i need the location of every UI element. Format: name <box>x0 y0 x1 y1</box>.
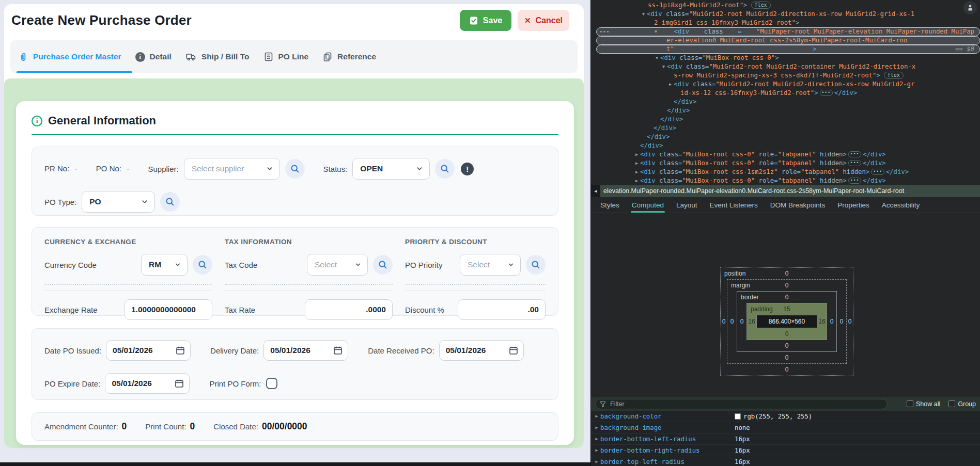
cancel-button[interactable]: Cancel <box>518 10 569 31</box>
code-line[interactable]: ▶<div class="MuiBox-root css-0" role="ta… <box>591 159 980 168</box>
devtools-tab-accessibility[interactable]: Accessibility <box>876 197 926 213</box>
currency-code-select[interactable]: RM <box>141 254 188 276</box>
tab-reference[interactable]: Reference <box>322 52 376 62</box>
po-priority-search-button[interactable] <box>526 255 546 275</box>
code-line[interactable]: </div> <box>591 115 980 124</box>
code-line[interactable]: </div> <box>591 141 980 150</box>
code-line[interactable]: </div> <box>591 98 980 106</box>
discount-input[interactable]: .00 <box>458 299 546 320</box>
po-type-search-button[interactable] <box>160 192 180 212</box>
box-model-border[interactable]: border00padding1516866.400×56016000 <box>737 291 837 352</box>
po-type-select[interactable]: PO <box>82 191 155 213</box>
tab-purchase-order-master[interactable]: Purchase Order Master <box>18 52 121 62</box>
box-model-margin[interactable]: margin00border00padding1516866.400×56016… <box>727 279 847 364</box>
collapsed-arrow-icon[interactable]: ▶ <box>633 168 640 176</box>
expand-arrow-icon[interactable]: ▶ <box>593 414 600 419</box>
currency-search-button[interactable] <box>193 255 212 275</box>
devtools-corner-icon[interactable] <box>963 1 977 14</box>
more-content-icon[interactable]: ••• <box>820 90 833 96</box>
code-line[interactable]: ▼<div class="MuiBox-root css-0"> <box>591 54 980 62</box>
collapsed-arrow-icon[interactable]: ▶ <box>667 80 674 89</box>
code-line[interactable]: ▶<div class="MuiBox-root css-0" role="ta… <box>591 150 980 159</box>
code-line[interactable]: ▼<div class="MuiGrid2-root MuiGrid2-dire… <box>591 10 980 19</box>
tab-detail[interactable]: Detail <box>135 52 172 62</box>
color-swatch <box>735 413 741 420</box>
group-checkbox[interactable] <box>948 400 955 407</box>
date-received-input[interactable]: 05/01/2026 <box>439 340 524 361</box>
more-content-icon[interactable]: ••• <box>848 160 861 166</box>
computed-property-row[interactable]: ▶background-imagenone <box>591 422 980 433</box>
box-model-content[interactable]: 866.400×560 <box>756 315 817 328</box>
po-priority-select[interactable]: Select <box>460 254 521 276</box>
tab-po-line[interactable]: PO Line <box>263 52 309 62</box>
code-line[interactable]: id-xs-12 css-16fnxy3-MuiGrid2-root">•••<… <box>591 89 980 98</box>
computed-property-row[interactable]: ▶border-bottom-right-radius16px <box>591 445 980 456</box>
code-line[interactable]: ▶<div class="MuiBox-root css-1sm2s1z" ro… <box>591 168 980 176</box>
box-model-position[interactable]: position00margin00border00padding1516866… <box>720 267 853 376</box>
supplier-search-button[interactable] <box>285 159 305 179</box>
more-content-icon[interactable]: ••• <box>848 151 861 157</box>
devtools-tab-event-listeners[interactable]: Event Listeners <box>704 197 764 213</box>
box-model-padding[interactable]: padding1516866.400×560160 <box>746 303 827 340</box>
collapsed-arrow-icon[interactable]: ▶ <box>633 159 640 168</box>
expand-arrow-icon[interactable]: ▼ <box>652 27 659 36</box>
code-line[interactable]: ss-1pi8xg4-MuiGrid2-root">flex <box>591 1 980 10</box>
code-line[interactable]: s-row MuiGrid2-spacing-xs-3 css-dkd71f-M… <box>591 71 980 80</box>
show-all-checkbox[interactable] <box>907 400 913 407</box>
breadcrumb-back-button[interactable]: ◀ <box>591 185 600 197</box>
tab-ship-bill-to[interactable]: Ship / Bill To <box>185 51 250 62</box>
devtools-tab-dom-breakpoints[interactable]: DOM Breakpoints <box>764 197 832 213</box>
devtools-tab-properties[interactable]: Properties <box>831 197 876 213</box>
exchange-rate-input[interactable]: 1.0000000000000 <box>125 299 212 320</box>
tax-rate-input[interactable]: .0000 <box>305 299 393 320</box>
expand-arrow-icon[interactable]: ▶ <box>593 425 600 430</box>
more-content-icon[interactable]: ••• <box>871 169 884 175</box>
expand-arrow-icon[interactable]: ▼ <box>660 62 667 71</box>
code-line[interactable]: </div> <box>591 106 980 115</box>
supplier-select[interactable]: Select supplier <box>184 158 280 180</box>
code-line[interactable]: ▼<div class="MuiGrid2-root MuiGrid2-cont… <box>591 62 980 71</box>
expand-arrow-icon[interactable]: ▼ <box>654 54 660 62</box>
filter-input[interactable] <box>609 400 883 408</box>
print-po-form-checkbox[interactable] <box>266 378 277 389</box>
computed-property-row[interactable]: ▶border-top-left-radius16px <box>591 456 980 466</box>
collapsed-arrow-icon[interactable]: ▶ <box>633 150 640 159</box>
breadcrumb[interactable]: elevation.MuiPaper-rounded.MuiPaper-elev… <box>600 185 980 197</box>
collapsed-arrow-icon[interactable]: ▶ <box>633 176 640 185</box>
code-token: > <box>843 151 846 158</box>
tax-code-select[interactable]: Select <box>307 254 368 276</box>
save-button[interactable]: Save <box>460 10 511 31</box>
expand-arrow-icon[interactable]: ▼ <box>640 10 647 19</box>
tax-code-search-button[interactable] <box>373 255 393 275</box>
search-icon <box>290 164 300 174</box>
delivery-date-input[interactable]: 05/01/2026 <box>263 340 348 361</box>
expand-arrow-icon[interactable]: ▶ <box>593 437 600 441</box>
gutter-more-icon[interactable]: ••• <box>599 27 610 36</box>
code-line[interactable]: t"> == $0 <box>596 45 980 54</box>
computed-property-row[interactable]: ▶background-colorrgb(255, 255, 255) <box>591 411 980 422</box>
more-content-icon[interactable]: ••• <box>848 178 861 184</box>
status-search-button[interactable] <box>435 159 455 179</box>
code-line[interactable]: er-elevation0 MuiCard-root css-2s58ym-Mu… <box>596 36 980 45</box>
tax-code-placeholder: Select <box>315 260 337 269</box>
code-line[interactable]: </div> <box>591 124 980 133</box>
date-po-issued-input[interactable]: 05/01/2026 <box>106 340 191 361</box>
code-line[interactable]: ▶<div class="MuiGrid2-root MuiGrid2-dire… <box>591 80 980 89</box>
expand-arrow-icon[interactable]: ▶ <box>593 448 600 453</box>
po-expire-input[interactable]: 05/01/2026 <box>105 373 190 394</box>
code-line[interactable]: </div> <box>591 133 980 141</box>
computed-property-row[interactable]: ▶border-bottom-left-radius16px <box>591 433 980 445</box>
code-token: </div> <box>863 151 885 158</box>
expand-arrow-icon[interactable]: ▶ <box>593 459 600 464</box>
status-select[interactable]: OPEN <box>352 158 430 180</box>
po-priority-label: PO Priority <box>405 261 455 269</box>
truck-icon <box>185 51 197 62</box>
code-token: "MuiGrid2-root MuiGrid2-direction-xs-row… <box>715 81 914 88</box>
devtools-tab-styles[interactable]: Styles <box>594 197 626 213</box>
code-line[interactable]: ▶<div class="MuiBox-root css-0" role="ta… <box>591 176 980 185</box>
code-line[interactable]: 2 imgGird1 css-16fnxy3-MuiGrid2-root"> <box>591 19 980 27</box>
filter-pill[interactable] <box>595 399 888 409</box>
devtools-tab-computed[interactable]: Computed <box>626 197 670 213</box>
devtools-tab-layout[interactable]: Layout <box>670 197 704 213</box>
code-line[interactable]: •••▼<div class="MuiPaper-root MuiPaper-e… <box>596 27 980 36</box>
